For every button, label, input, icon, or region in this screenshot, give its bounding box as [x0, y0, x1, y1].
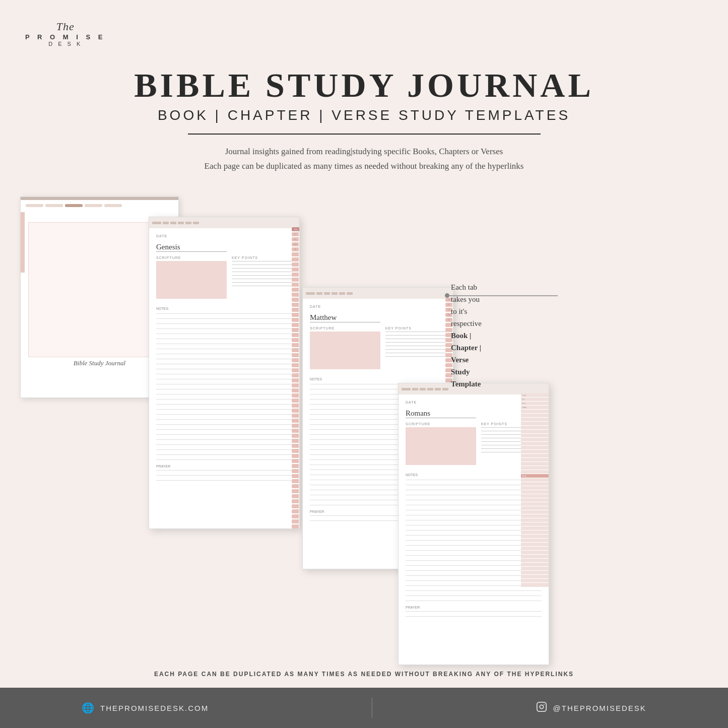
- footer-divider: [372, 698, 372, 718]
- cover-tab-2: [45, 204, 63, 207]
- doc-genesis: DATE Genesis SCRIPTURE KEY POINTS: [149, 217, 300, 529]
- cover-tab-5: [104, 204, 122, 207]
- svg-point-3: [544, 704, 545, 705]
- kp-line-2: [232, 264, 292, 265]
- mnav-2: [316, 292, 322, 295]
- rnav-4: [427, 388, 433, 390]
- logo-promise: P R O M I S E: [25, 33, 105, 41]
- kp-line-1: [232, 261, 292, 261]
- genesis-body: DATE Genesis SCRIPTURE KEY POINTS: [149, 228, 299, 491]
- nav-dot-3: [170, 222, 176, 224]
- rnav-5: [435, 388, 441, 390]
- romans-right-tabs: Gen Ex Lev Num Rom: [521, 393, 549, 587]
- sub-title: BOOK | CHAPTER | VERSE STUDY TEMPLATES: [0, 107, 728, 123]
- rnav-3: [420, 388, 426, 390]
- annotation-text: Each tab takes you to it's respective Bo…: [451, 281, 482, 390]
- documents-area: Bible Study Journal DATE Genesis SCRIPTU…: [15, 186, 713, 663]
- nav-dot-1: [152, 222, 161, 224]
- kp-line-7: [232, 282, 292, 283]
- mnav-3: [324, 292, 330, 295]
- genesis-nav: [149, 217, 299, 228]
- matthew-nav: [303, 288, 453, 299]
- keywords-label: KEY POINTS: [232, 256, 292, 259]
- bottom-notice: EACH PAGE CAN BE DUPLICATED AS MANY TIME…: [0, 671, 728, 678]
- r-date-label: DATE: [406, 401, 417, 404]
- scripture-label: SCRIPTURE: [156, 256, 227, 259]
- logo-desk: D E S K: [48, 41, 82, 47]
- kp-line-4: [232, 272, 292, 272]
- romans-book-name: Romans: [406, 409, 476, 418]
- kp-line-8: [232, 286, 292, 286]
- tab-gen: Gen: [292, 227, 300, 231]
- rnav-2: [412, 388, 418, 390]
- cover-tab-3: [65, 204, 83, 207]
- m-keywords-label: KEY POINTS: [385, 326, 446, 330]
- genesis-pink-box: [156, 261, 227, 299]
- logo-script: The: [56, 20, 75, 33]
- matthew-book-name: Matthew: [310, 313, 380, 322]
- mnav-6: [347, 292, 353, 295]
- cover-header: [21, 200, 178, 209]
- cover-tab-1: [26, 204, 43, 207]
- m-scripture-label: SCRIPTURE: [310, 326, 380, 330]
- instagram-icon: [536, 701, 547, 715]
- m-notes-label: NOTES: [310, 377, 446, 381]
- date-label: DATE: [156, 234, 167, 238]
- nav-dot-5: [185, 222, 191, 224]
- description-line2: Each page can be duplicated as many time…: [0, 159, 728, 174]
- kp-line-6: [232, 279, 292, 279]
- tab-romans-active: Rom: [521, 474, 549, 478]
- genesis-book-name: Genesis: [156, 243, 227, 252]
- r-prayer-label: PRAYER: [406, 606, 542, 609]
- genesis-right-tabs: Gen Ex Lev Num Dt: [292, 227, 300, 529]
- logo: The P R O M I S E D E S K: [25, 20, 105, 47]
- matthew-pink-box: [310, 332, 380, 369]
- instagram-text: @THEPROMISEDESK: [553, 704, 646, 712]
- cover-pink-block: [21, 212, 25, 273]
- nav-dot-4: [178, 222, 184, 224]
- title-area: BIBLE STUDY JOURNAL BOOK | CHAPTER | VER…: [0, 65, 728, 174]
- footer-banner: 🌐 THEPROMISEDESK.COM @THEPROMISEDESK: [0, 688, 728, 728]
- genesis-lines: [156, 313, 292, 460]
- mnav-5: [339, 292, 345, 295]
- nav-dot-2: [163, 222, 169, 224]
- divider: [188, 134, 541, 135]
- svg-rect-1: [537, 702, 546, 711]
- rnav-6: [442, 388, 448, 390]
- notes-label: NOTES: [156, 307, 292, 310]
- svg-point-2: [540, 705, 543, 708]
- main-title: BIBLE STUDY JOURNAL: [0, 65, 728, 105]
- romans-pink-box: [406, 427, 476, 465]
- mnav-4: [332, 292, 338, 295]
- footer-website: 🌐 THEPROMISEDESK.COM: [82, 702, 209, 714]
- nav-dot-6: [193, 222, 199, 224]
- doc-romans: DATE Romans SCRIPTURE KEY POINTS: [398, 383, 549, 665]
- prayer-label: PRAYER: [156, 465, 292, 468]
- website-text: THEPROMISEDESK.COM: [100, 704, 209, 712]
- globe-icon: 🌐: [82, 702, 94, 714]
- m-date-label: DATE: [310, 305, 321, 308]
- kp-line-3: [232, 268, 292, 269]
- footer-instagram: @THEPROMISEDESK: [536, 701, 646, 715]
- description-line1: Journal insights gained from reading|stu…: [0, 145, 728, 159]
- r-scripture-label: SCRIPTURE: [406, 422, 476, 426]
- kp-line-5: [232, 275, 292, 276]
- mnav-1: [306, 292, 315, 295]
- rnav-1: [402, 388, 411, 390]
- cover-tab-4: [85, 204, 102, 207]
